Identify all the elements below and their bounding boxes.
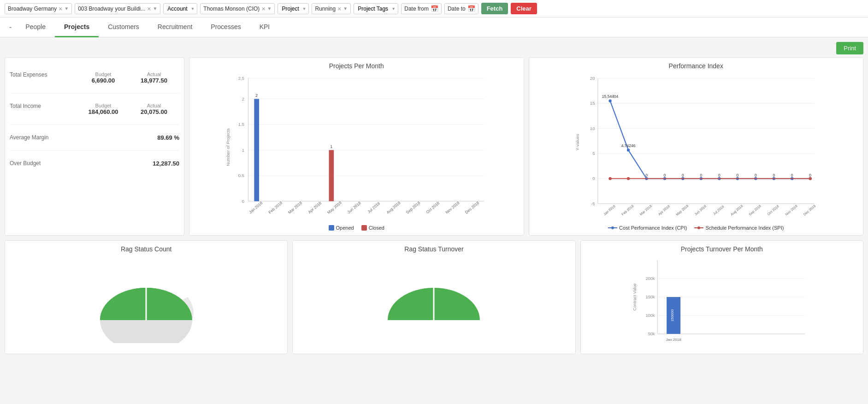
- legend-closed: Closed: [361, 225, 384, 231]
- legend-opened-label: Opened: [336, 225, 354, 231]
- filter-chip-running-arrow[interactable]: ▼: [343, 6, 348, 11]
- svg-text:15.54404: 15.54404: [602, 94, 618, 99]
- fetch-button[interactable]: Fetch: [481, 3, 508, 14]
- legend-closed-dot: [361, 225, 367, 231]
- date-to-label: Date to: [448, 6, 466, 12]
- legend-opened-dot: [329, 225, 334, 231]
- legend-cpi: Cost Performance Index (CPI): [608, 225, 687, 231]
- legend-spi: Schedule Performance Index (SPI): [694, 225, 784, 231]
- projects-per-month-legend: Opened Closed: [194, 225, 519, 231]
- svg-text:0: 0: [700, 173, 702, 178]
- stat-label-income: Total Income: [10, 103, 78, 109]
- stat-budget-expenses: Budget 6,690.00: [78, 71, 129, 84]
- svg-text:15: 15: [590, 101, 595, 106]
- print-button[interactable]: Print: [836, 42, 863, 54]
- svg-text:May 2018: May 2018: [326, 200, 342, 215]
- cpi-point-jan: [608, 100, 611, 102]
- stat-row-overbudget: Over Budget 12,287.50: [10, 151, 179, 176]
- filter-chip-thomas-label: Thomas Monson (CIO): [203, 6, 260, 12]
- calendar-to-icon[interactable]: 📅: [467, 5, 475, 12]
- svg-text:Mar 2018: Mar 2018: [287, 200, 303, 214]
- svg-text:Sep 2018: Sep 2018: [748, 204, 762, 216]
- spi-point-jan: [608, 177, 611, 180]
- filter-chip-broadway-remove[interactable]: ×: [59, 5, 62, 12]
- tab-people[interactable]: People: [16, 18, 55, 37]
- rag-status-turnover-title: Rag Status Turnover: [297, 245, 570, 253]
- rag-status-count-panel: Rag Status Count: [5, 240, 288, 354]
- stat-value-margin: 89.69 %: [157, 134, 179, 141]
- performance-index-chart: 20 15 10 5 0 -5 Y-values: [534, 73, 859, 221]
- tab-projects[interactable]: Projects: [55, 18, 99, 37]
- rag-count-pie-svg: [91, 260, 201, 343]
- stat-budget-value-expenses: 6,690.00: [78, 77, 129, 84]
- bar-jan-opened: [254, 99, 259, 201]
- calendar-from-icon[interactable]: 📅: [431, 5, 438, 12]
- print-area: Print: [5, 42, 863, 54]
- nav-minus[interactable]: -: [5, 18, 16, 36]
- svg-text:200k: 200k: [645, 276, 655, 281]
- svg-text:0: 0: [773, 173, 775, 178]
- legend-closed-label: Closed: [369, 225, 384, 231]
- stat-actual-income: Actual 20,075.00: [129, 103, 179, 115]
- tab-recruitment[interactable]: Recruitment: [148, 18, 201, 37]
- svg-text:0: 0: [736, 173, 738, 178]
- stat-actual-header-income: Actual: [129, 103, 179, 108]
- svg-text:Apr 2018: Apr 2018: [657, 204, 670, 216]
- filter-chip-thomas-remove[interactable]: ×: [261, 5, 265, 12]
- svg-text:0: 0: [663, 173, 666, 178]
- svg-text:5: 5: [592, 151, 595, 156]
- clear-button[interactable]: Clear: [511, 3, 537, 14]
- svg-text:Nov 2018: Nov 2018: [784, 204, 798, 216]
- project-tags-select[interactable]: Project Tags: [354, 3, 398, 14]
- spi-point-feb: [626, 177, 629, 180]
- svg-text:-5: -5: [590, 201, 595, 206]
- bottom-row: Rag Status Count Rag Status Turnover: [5, 240, 863, 354]
- svg-text:0: 0: [809, 173, 811, 178]
- stat-budget-value-income: 184,060.00: [78, 108, 129, 115]
- svg-text:Jan 2018: Jan 2018: [248, 201, 263, 214]
- date-from-input[interactable]: Date from 📅: [401, 3, 442, 14]
- date-to-input[interactable]: Date to 📅: [444, 3, 478, 14]
- stat-actual-expenses: Actual 18,977.50: [129, 71, 179, 84]
- svg-text:0: 0: [754, 173, 756, 178]
- svg-text:Nov 2018: Nov 2018: [444, 200, 461, 214]
- svg-text:2: 2: [255, 93, 258, 98]
- project-tags-select-wrapper[interactable]: Project Tags: [354, 3, 398, 14]
- tab-customers[interactable]: Customers: [99, 18, 148, 37]
- svg-text:Contract Value: Contract Value: [632, 284, 637, 311]
- stat-label-margin: Average Margin: [10, 134, 157, 141]
- svg-text:Jul 2018: Jul 2018: [366, 201, 381, 214]
- svg-text:Jan 2018: Jan 2018: [602, 204, 616, 216]
- svg-text:Sep 2018: Sep 2018: [405, 200, 421, 214]
- svg-text:May 2018: May 2018: [675, 204, 689, 217]
- filter-chip-broadway[interactable]: Broadway Germany × ▼: [5, 3, 72, 14]
- filter-chip-thomas-arrow[interactable]: ▼: [267, 6, 272, 11]
- filter-chip-building-remove[interactable]: ×: [147, 5, 151, 12]
- stat-value-overbudget: 12,287.50: [153, 160, 179, 167]
- filter-chip-running-remove[interactable]: ×: [337, 5, 341, 12]
- account-select[interactable]: Account: [163, 3, 197, 14]
- tab-processes[interactable]: Processes: [201, 18, 250, 37]
- filter-chip-running-label: Running: [315, 6, 336, 12]
- account-select-wrapper[interactable]: Account: [163, 3, 197, 14]
- filter-chip-thomas[interactable]: Thomas Monson (CIO) × ▼: [200, 3, 275, 14]
- filter-chip-building[interactable]: 003 Broadway your Buildi... × ▼: [75, 3, 160, 14]
- svg-text:Number of Projects: Number of Projects: [225, 128, 230, 166]
- stat-label-overbudget: Over Budget: [10, 160, 153, 166]
- svg-text:0: 0: [242, 199, 244, 204]
- svg-text:2.5: 2.5: [238, 76, 244, 81]
- project-select-wrapper[interactable]: Project: [278, 3, 309, 14]
- rag-status-turnover-chart: [297, 255, 570, 348]
- svg-text:Feb 2018: Feb 2018: [620, 204, 634, 216]
- main-content: Print Total Expenses Budget 6,690.00 Act…: [0, 37, 868, 359]
- filter-chip-running[interactable]: Running × ▼: [312, 3, 351, 14]
- svg-text:100k: 100k: [645, 313, 655, 318]
- project-select[interactable]: Project: [278, 3, 309, 14]
- date-from-label: Date from: [404, 6, 429, 12]
- tab-kpi[interactable]: KPI: [250, 18, 279, 37]
- filter-chip-broadway-arrow[interactable]: ▼: [64, 6, 69, 11]
- svg-text:Mar 2018: Mar 2018: [638, 204, 652, 216]
- filter-chip-building-arrow[interactable]: ▼: [153, 6, 157, 11]
- rag-status-count-title: Rag Status Count: [10, 245, 283, 253]
- svg-text:Oct 2018: Oct 2018: [425, 201, 440, 214]
